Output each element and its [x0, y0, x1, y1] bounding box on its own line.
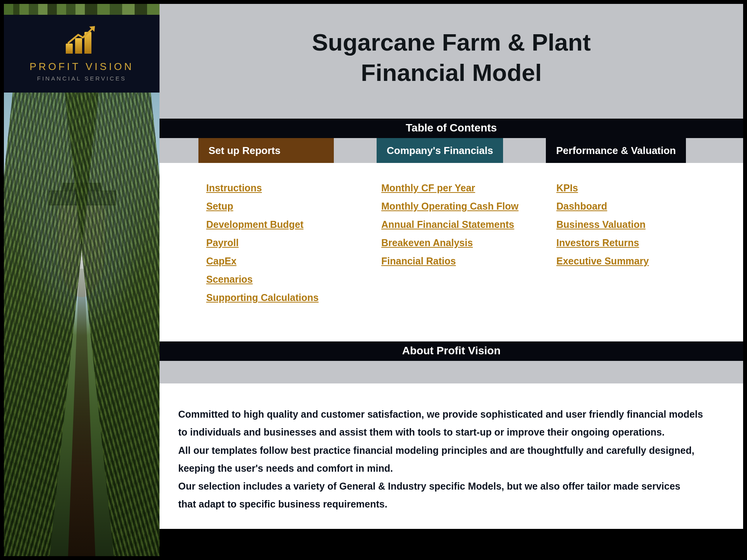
page-title: Sugarcane Farm & Plant Financial Model: [167, 27, 735, 88]
about-line: to individuals and businesses and assist…: [178, 423, 720, 441]
toc-col-performance: KPIs Dashboard Business Valuation Invest…: [556, 182, 696, 310]
sidebar: PROFIT VISION FINANCIAL SERVICES: [4, 4, 160, 556]
tab-label: Set up Reports: [209, 145, 281, 157]
toc-link-setup[interactable]: Setup: [206, 201, 233, 212]
toc-link-financial-ratios[interactable]: Financial Ratios: [381, 256, 456, 267]
sidebar-hero-image: [4, 93, 160, 556]
toc-link-payroll[interactable]: Payroll: [206, 237, 238, 248]
about-line: that adapt to specific business requirem…: [178, 495, 720, 513]
about-line: Our selection includes a variety of Gene…: [178, 477, 720, 495]
tab-label: Company's Financials: [387, 145, 493, 157]
toc-col-financials: Monthly CF per Year Monthly Operating Ca…: [381, 182, 556, 310]
brand-subtitle: FINANCIAL SERVICES: [8, 75, 156, 82]
toc-link-instructions[interactable]: Instructions: [206, 182, 262, 194]
toc-header: Table of Contents: [160, 119, 743, 138]
sidebar-top-decoration: [4, 4, 160, 15]
toc-link-dashboard[interactable]: Dashboard: [556, 201, 607, 212]
about-line: All our templates follow best practice f…: [178, 441, 720, 459]
about-line: keeping the user's needs and comfort in …: [178, 459, 720, 477]
toc-link-business-valuation[interactable]: Business Valuation: [556, 219, 645, 230]
main-content: Sugarcane Farm & Plant Financial Model T…: [160, 4, 743, 556]
toc-link-monthly-cf-per-year[interactable]: Monthly CF per Year: [381, 182, 475, 194]
toc-link-capex[interactable]: CapEx: [206, 256, 237, 267]
brand-block: PROFIT VISION FINANCIAL SERVICES: [4, 15, 160, 93]
about-header: About Profit Vision: [160, 341, 743, 361]
page-title-line1: Sugarcane Farm & Plant: [312, 29, 591, 56]
title-band: Sugarcane Farm & Plant Financial Model: [160, 4, 743, 119]
toc-tabs-row: Set up Reports Company's Financials Perf…: [160, 138, 743, 163]
toc-link-supporting-calculations[interactable]: Supporting Calculations: [206, 292, 319, 303]
about-grey-strip: [160, 361, 743, 383]
toc-link-scenarios[interactable]: Scenarios: [206, 274, 253, 285]
toc-link-monthly-operating-cf[interactable]: Monthly Operating Cash Flow: [381, 201, 519, 212]
toc-link-annual-financial-statements[interactable]: Annual Financial Statements: [381, 219, 514, 230]
page-title-line2: Financial Model: [361, 59, 542, 86]
toc-body: Instructions Setup Development Budget Pa…: [160, 163, 743, 341]
about-body: Committed to high quality and customer s…: [160, 383, 743, 529]
toc-link-breakeven-analysis[interactable]: Breakeven Analysis: [381, 237, 473, 248]
brand-logo-bars-icon: [64, 26, 99, 54]
tab-performance-valuation[interactable]: Performance & Valuation: [546, 138, 686, 163]
brand-logo-arrow-icon: [67, 25, 96, 45]
toc-col-setup: Instructions Setup Development Budget Pa…: [206, 182, 381, 310]
toc-link-executive-summary[interactable]: Executive Summary: [556, 256, 649, 267]
toc-link-investors-returns[interactable]: Investors Returns: [556, 237, 639, 248]
tab-company-financials[interactable]: Company's Financials: [377, 138, 503, 163]
toc-link-development-budget[interactable]: Development Budget: [206, 219, 303, 230]
tab-label: Performance & Valuation: [556, 145, 676, 157]
about-line: Committed to high quality and customer s…: [178, 405, 720, 423]
toc-link-kpis[interactable]: KPIs: [556, 182, 578, 194]
tab-setup-reports[interactable]: Set up Reports: [198, 138, 334, 163]
brand-name: PROFIT VISION: [8, 61, 156, 73]
